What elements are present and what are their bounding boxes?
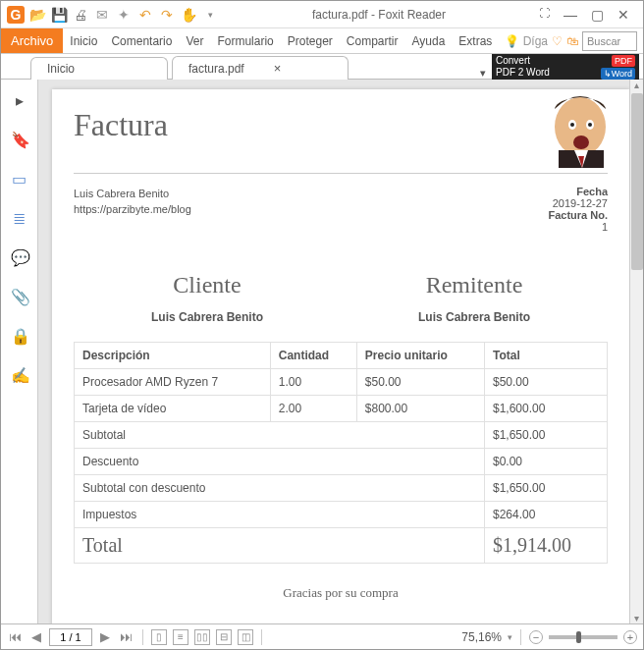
view-continuous-icon[interactable]: ≡ bbox=[173, 629, 188, 645]
ribbon-toggle-icon[interactable]: ⛶ bbox=[539, 7, 550, 23]
promo-line1: Convert bbox=[496, 55, 530, 66]
col-total: Total bbox=[485, 343, 608, 369]
window-title: factura.pdf - Foxit Reader bbox=[219, 8, 539, 22]
discount-row: Descuento$0.00 bbox=[75, 449, 608, 475]
pages-icon[interactable]: ▭ bbox=[11, 170, 28, 188]
menu-file[interactable]: Archivo bbox=[1, 28, 63, 53]
client-name: Luis Cabrera Benito bbox=[74, 310, 341, 324]
view-cont-facing-icon[interactable]: ⊟ bbox=[216, 629, 232, 645]
page-input[interactable] bbox=[49, 628, 92, 646]
mail-icon[interactable]: ✉ bbox=[93, 6, 111, 24]
divider bbox=[74, 173, 608, 174]
attachments-icon[interactable]: 📎 bbox=[11, 288, 28, 305]
print-icon[interactable]: 🖨 bbox=[72, 6, 89, 24]
layers-icon[interactable]: ≣ bbox=[11, 209, 28, 227]
menu-share[interactable]: Compartir bbox=[340, 29, 405, 53]
pdf-page: Factura Luis Cabrera Benito https://parz… bbox=[52, 89, 629, 623]
app-icon: G bbox=[7, 6, 25, 24]
tab-menu-dropdown-icon[interactable]: ▾ bbox=[480, 67, 486, 80]
main-area: ▸ 🔖 ▭ ≣ 💬 📎 🔒 ✍ Factura Luis Cab bbox=[1, 80, 643, 623]
qat-dropdown-icon[interactable]: ▾ bbox=[201, 6, 219, 24]
snapshot-icon[interactable]: ✦ bbox=[115, 6, 133, 24]
zoom-slider[interactable] bbox=[549, 635, 617, 639]
bookmark-icon[interactable]: 🔖 bbox=[11, 131, 28, 148]
menu-extras[interactable]: Extras bbox=[452, 29, 499, 53]
tax-row: Impuestos$264.00 bbox=[75, 502, 608, 528]
view-separate-icon[interactable]: ◫ bbox=[238, 629, 253, 645]
maximize-icon[interactable]: ▢ bbox=[591, 7, 604, 23]
menu-protect[interactable]: Proteger bbox=[281, 29, 340, 53]
promo-banner[interactable]: Convert PDF PDF 2 Word ↳Word bbox=[492, 54, 639, 80]
expand-icon[interactable]: ▸ bbox=[11, 91, 28, 109]
open-icon[interactable]: 📂 bbox=[28, 6, 46, 24]
zoom-in-icon[interactable]: + bbox=[623, 630, 637, 644]
menu-home[interactable]: Inicio bbox=[63, 29, 104, 53]
col-qty: Cantidad bbox=[270, 343, 356, 369]
security-icon[interactable]: 🔒 bbox=[11, 327, 28, 345]
word-badge: ↳Word bbox=[601, 68, 635, 80]
menu-comment[interactable]: Comentario bbox=[104, 29, 179, 53]
svg-point-4 bbox=[588, 123, 592, 127]
pdf-badge: PDF bbox=[612, 55, 635, 67]
shop-icon[interactable]: 🛍 bbox=[566, 34, 578, 48]
view-facing-icon[interactable]: ▯▯ bbox=[194, 629, 210, 645]
minimize-icon[interactable]: — bbox=[564, 7, 577, 23]
document-viewport[interactable]: Factura Luis Cabrera Benito https://parz… bbox=[38, 80, 643, 623]
quick-access-toolbar: G 📂 💾 🖨 ✉ ✦ ↶ ↷ ✋ ▾ bbox=[7, 6, 219, 24]
subtotal-row: Subtotal$1,650.00 bbox=[75, 422, 608, 449]
menu-help[interactable]: Ayuda bbox=[405, 29, 453, 53]
tell-me[interactable]: Díga bbox=[523, 34, 548, 48]
status-bar: ⏮ ◀ ▶ ⏭ ▯ ≡ ▯▯ ⊟ ◫ 75,16% ▾ − + bbox=[1, 623, 643, 649]
vertical-scrollbar[interactable]: ▴ ▾ bbox=[629, 80, 643, 623]
close-icon[interactable]: ✕ bbox=[617, 7, 629, 23]
zoom-dropdown-icon[interactable]: ▾ bbox=[508, 632, 512, 642]
search-input[interactable] bbox=[582, 31, 637, 51]
date-value: 2019-12-27 bbox=[548, 197, 608, 209]
table-header-row: Descripción Cantidad Precio unitario Tot… bbox=[75, 343, 608, 369]
scroll-up-icon[interactable]: ▴ bbox=[630, 80, 643, 90]
next-page-icon[interactable]: ▶ bbox=[98, 629, 112, 644]
title-bar: G 📂 💾 🖨 ✉ ✦ ↶ ↷ ✋ ▾ factura.pdf - Foxit … bbox=[1, 1, 643, 28]
window-controls: ⛶ — ▢ ✕ bbox=[539, 7, 643, 23]
col-unit: Precio unitario bbox=[356, 343, 484, 369]
save-icon[interactable]: 💾 bbox=[50, 6, 68, 24]
redo-icon[interactable]: ↷ bbox=[158, 6, 176, 24]
undo-icon[interactable]: ↶ bbox=[136, 6, 154, 24]
prev-page-icon[interactable]: ◀ bbox=[29, 629, 43, 644]
side-panel: ▸ 🔖 ▭ ≣ 💬 📎 🔒 ✍ bbox=[1, 80, 38, 623]
scroll-down-icon[interactable]: ▾ bbox=[630, 613, 643, 623]
first-page-icon[interactable]: ⏮ bbox=[7, 629, 24, 644]
issuer-name: Luis Cabrera Benito bbox=[74, 186, 191, 201]
tab-document[interactable]: factura.pdf× bbox=[172, 56, 349, 80]
bulb-icon[interactable]: 💡 bbox=[505, 34, 519, 48]
parties: Cliente Luis Cabrera Benito Remitente Lu… bbox=[74, 272, 608, 324]
tab-close-icon[interactable]: × bbox=[274, 61, 282, 76]
issuer-url: https://parzibyte.me/blog bbox=[74, 201, 191, 217]
tab-start[interactable]: Inicio bbox=[30, 57, 168, 80]
scroll-thumb[interactable] bbox=[631, 93, 643, 270]
table-row: Tarjeta de vídeo 2.00 $800.00 $1,600.00 bbox=[75, 396, 608, 422]
hand-icon[interactable]: ✋ bbox=[180, 6, 197, 24]
zoom-value: 75,16% bbox=[461, 630, 502, 644]
menu-form[interactable]: Formulario bbox=[210, 29, 280, 53]
menu-view[interactable]: Ver bbox=[179, 29, 210, 53]
promo-line2: PDF 2 Word bbox=[496, 67, 550, 78]
invoice-no-value: 1 bbox=[548, 221, 608, 233]
last-page-icon[interactable]: ⏭ bbox=[118, 629, 134, 644]
invoice-table: Descripción Cantidad Precio unitario Tot… bbox=[74, 342, 608, 564]
tab-label: Inicio bbox=[47, 62, 75, 76]
client-title: Cliente bbox=[74, 272, 341, 298]
zoom-out-icon[interactable]: − bbox=[529, 630, 543, 644]
table-row: Procesador AMD Ryzen 7 1.00 $50.00 $50.0… bbox=[75, 369, 608, 396]
invoice-meta: Luis Cabrera Benito https://parzibyte.me… bbox=[74, 186, 608, 233]
heart-icon[interactable]: ♡ bbox=[552, 34, 563, 48]
tab-label: factura.pdf bbox=[188, 62, 244, 76]
svg-point-2 bbox=[570, 123, 574, 127]
col-desc: Descripción bbox=[75, 343, 271, 369]
document-tabs: Inicio factura.pdf× ▾ Convert PDF PDF 2 … bbox=[1, 54, 643, 80]
view-single-icon[interactable]: ▯ bbox=[151, 629, 167, 645]
signatures-icon[interactable]: ✍ bbox=[11, 366, 28, 384]
svg-point-5 bbox=[573, 135, 589, 149]
sender-name: Luis Cabrera Benito bbox=[341, 310, 608, 324]
comments-icon[interactable]: 💬 bbox=[11, 248, 28, 266]
